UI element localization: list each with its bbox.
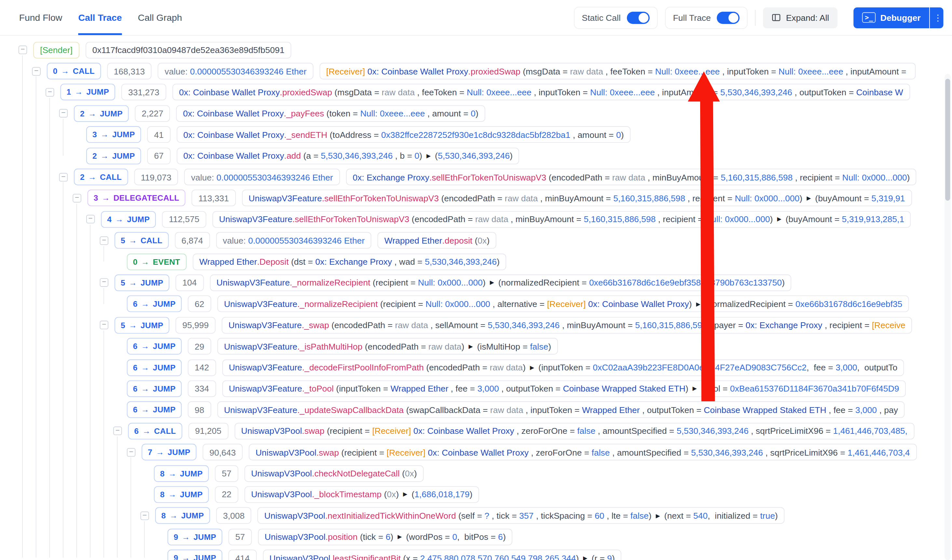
call-type-badge[interactable]: 6→JUMP <box>127 359 182 376</box>
desc-segment: 5,530,346,393,246 <box>438 151 510 160</box>
collapse-toggle-icon[interactable]: − <box>32 67 40 75</box>
sender-address[interactable]: 0x117fcacd9f0310a09487de52ea363e89d5fb50… <box>86 42 291 58</box>
tab-call-graph[interactable]: Call Graph <box>138 0 182 35</box>
call-type-badge[interactable]: 0→EVENT <box>127 253 186 270</box>
expand-all-button[interactable]: Expand: All <box>763 7 838 28</box>
call-type-badge[interactable]: 6→JUMP <box>127 296 182 312</box>
full-trace-toggle[interactable] <box>717 11 740 24</box>
call-description[interactable]: UniswapV3Feature._normalizeRecipient (re… <box>210 275 791 291</box>
call-type-badge[interactable]: 2→CALL <box>74 169 128 185</box>
call-description[interactable]: 0x: Coinbase Wallet Proxy.add (a = 5,530… <box>177 148 519 164</box>
call-type-badge[interactable]: 9→JUMP <box>168 549 223 560</box>
call-description[interactable]: Wrapped Ether.Deposit (dst = 0x: Exchang… <box>193 253 507 270</box>
tab-call-trace[interactable]: Call Trace <box>78 0 122 35</box>
desc-segment: raw data <box>395 320 428 330</box>
call-description[interactable]: UniswapV3Feature._isPathMultiHop (encode… <box>217 338 558 355</box>
call-description[interactable]: UniswapV3Feature._swap (encodedPath = ra… <box>222 317 912 333</box>
collapse-toggle-icon[interactable]: − <box>127 448 135 456</box>
toggle-knob <box>729 13 739 22</box>
badge-depth: 0 <box>53 67 57 76</box>
call-description[interactable]: 0x: Exchange Proxy.sellEthForTokenToUnis… <box>346 169 916 185</box>
call-description[interactable]: Wrapped Ether.deposit (0x) <box>378 232 496 249</box>
call-description[interactable]: UniswapV3Feature._updateSwapCallbackData… <box>217 402 905 418</box>
desc-segment: (toAddress = <box>327 130 381 139</box>
desc-segment: 5,160,315,886,598 <box>721 172 793 182</box>
call-description[interactable]: UniswapV3Feature.sellEthForTokenToUniswa… <box>212 211 911 228</box>
desc-segment: (encodedPath = <box>424 363 490 372</box>
call-description[interactable]: UniswapV3Feature.sellEthForTokenToUniswa… <box>242 190 912 207</box>
desc-segment: Null: 0x000...000 <box>842 172 907 182</box>
collapse-toggle-icon[interactable]: − <box>46 88 54 97</box>
value-amount: 0.000005530346393246 Ether <box>190 66 306 76</box>
call-description[interactable]: 0x: Coinbase Wallet Proxy.proxiedSwap (m… <box>172 84 910 100</box>
call-type-badge[interactable]: 6→JUMP <box>127 402 182 418</box>
call-description[interactable]: 0x: Coinbase Wallet Proxy._sendETH (toAd… <box>177 126 631 143</box>
call-type-badge[interactable]: 5→JUMP <box>114 275 170 291</box>
static-call-toggle[interactable] <box>627 11 649 24</box>
collapse-toggle-icon[interactable]: − <box>19 46 27 54</box>
call-type-badge[interactable]: 4→JUMP <box>101 211 156 228</box>
gas-value: 414 <box>229 549 257 560</box>
call-description[interactable]: UniswapV3Feature._normalizeRecipient (re… <box>217 296 909 312</box>
trace-row: −3→DELEGATECALL113,331UniswapV3Feature.s… <box>73 188 952 209</box>
call-description[interactable]: UniswapV3Pool.checkNotDelegateCall (0x) <box>244 465 423 481</box>
desc-segment: ._normalizeRecipient <box>297 299 378 309</box>
collapse-toggle-icon[interactable]: − <box>100 236 108 245</box>
desc-segment: 0xC02aaA39b223FE8D0A0e5C4F27eAD9083C756C… <box>593 363 807 372</box>
collapse-toggle-icon[interactable]: − <box>73 194 81 202</box>
call-type-badge[interactable]: 6→JUMP <box>127 338 182 355</box>
desc-segment: 5,160,315,886,598 <box>635 320 707 330</box>
desc-segment: .proxiedSwap <box>280 88 332 97</box>
trace-row: 6→JUMP142UniswapV3Feature._decodeFirstPo… <box>127 357 952 378</box>
collapse-toggle-icon[interactable]: − <box>113 427 122 435</box>
call-type-badge[interactable]: 5→CALL <box>114 232 168 249</box>
call-type-badge[interactable]: 7→JUMP <box>142 444 196 460</box>
call-type-badge[interactable]: 9→JUMP <box>168 528 223 545</box>
call-type-badge[interactable]: 6→JUMP <box>127 381 182 397</box>
collapse-toggle-icon[interactable]: − <box>59 173 68 181</box>
desc-segment: .checkNotDelegateCall <box>312 468 400 478</box>
call-type-badge[interactable]: 8→JUMP <box>154 486 209 503</box>
arrow-icon: → <box>168 469 176 478</box>
call-description[interactable]: 0x: Coinbase Wallet Proxy._payFees (toke… <box>176 105 485 122</box>
call-type-badge[interactable]: 0→CALL <box>47 63 101 79</box>
sender-tag[interactable]: [Sender] <box>33 42 79 58</box>
call-description[interactable]: UniswapV3Feature._decodeFirstPoolInfoFro… <box>222 359 904 376</box>
call-type-badge[interactable]: 1→JUMP <box>60 84 115 100</box>
badge-depth: 6 <box>133 405 138 414</box>
collapse-toggle-icon[interactable]: − <box>100 278 108 287</box>
tab-fund-flow[interactable]: Fund Flow <box>19 0 62 35</box>
call-description[interactable]: UniswapV3Pool.swap (recipient = [Receive… <box>234 423 914 439</box>
tree-guide-line <box>104 330 104 557</box>
call-type-badge[interactable]: 6→CALL <box>128 423 182 439</box>
return-arrow-icon: ▶ <box>655 512 660 519</box>
debugger-menu-button[interactable]: ⋮ <box>930 7 944 28</box>
scrollbar-thumb[interactable] <box>945 79 950 201</box>
call-type-badge[interactable]: 3→DELEGATECALL <box>88 190 185 207</box>
call-description[interactable]: UniswapV3Pool._blockTimestamp (0x) ▶ (1,… <box>244 486 479 503</box>
badge-type: JUMP <box>127 214 150 224</box>
tab-bar: Fund Flow Call Trace Call Graph <box>19 0 182 35</box>
collapse-toggle-icon[interactable]: − <box>59 109 68 118</box>
call-type-badge[interactable]: 8→JUMP <box>155 507 210 524</box>
call-description[interactable]: [Receiver] 0x: Coinbase Wallet Proxy.pro… <box>320 63 916 79</box>
call-description[interactable]: UniswapV3Pool.position (tick = 6) ▶ (wor… <box>258 528 513 545</box>
call-type-badge[interactable]: 3→JUMP <box>86 126 141 143</box>
collapse-toggle-icon[interactable]: − <box>100 321 108 329</box>
call-description[interactable]: UniswapV3Pool.leastSignificantBit (x = 2… <box>263 549 621 560</box>
call-type-badge[interactable]: 2→JUMP <box>86 148 141 164</box>
desc-segment: 5,530,346,393,246 <box>691 447 763 457</box>
debugger-button[interactable]: >_ Debugger <box>854 7 929 28</box>
call-description[interactable]: UniswapV3Pool.swap (recipient = [Receive… <box>249 444 917 460</box>
call-type-badge[interactable]: 8→JUMP <box>154 465 209 481</box>
call-description[interactable]: UniswapV3Pool.nextInitializedTickWithinO… <box>258 507 785 524</box>
desc-segment: raw data <box>612 172 646 182</box>
collapse-toggle-icon[interactable]: − <box>86 215 95 224</box>
arrow-icon: → <box>168 490 176 499</box>
call-type-badge[interactable]: 5→JUMP <box>114 317 170 333</box>
collapse-toggle-icon[interactable]: − <box>141 511 149 520</box>
desc-segment: .deposit <box>442 236 473 245</box>
desc-segment: ) <box>649 511 654 520</box>
call-type-badge[interactable]: 2→JUMP <box>74 105 129 122</box>
call-description[interactable]: UniswapV3Feature._toPool (inputToken = W… <box>222 381 906 397</box>
